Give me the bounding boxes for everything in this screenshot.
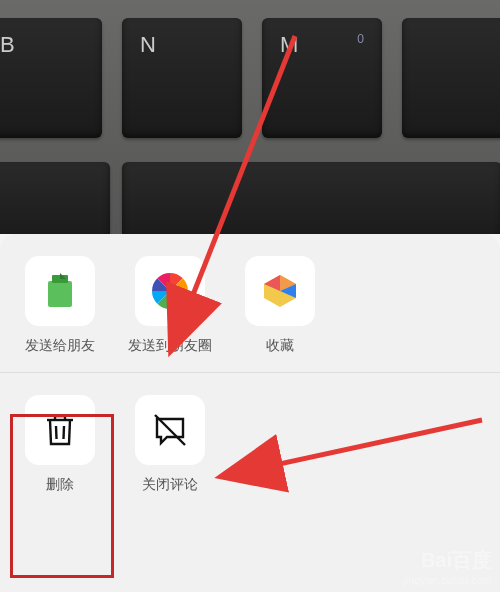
key-b: B: [0, 18, 102, 138]
close-comments-icon: [135, 395, 205, 465]
action-row-1: 发送给朋友 发送到朋友圈: [0, 234, 500, 364]
watermark: Bai百度 jingyan.baidu.com: [403, 547, 492, 586]
key-m: M 0: [262, 18, 382, 138]
action-label: 关闭评论: [142, 475, 198, 493]
favorite-icon: [245, 256, 315, 326]
action-delete[interactable]: 删除: [12, 395, 108, 493]
key-n: N: [122, 18, 242, 138]
moments-icon: [135, 256, 205, 326]
action-close-comments[interactable]: 关闭评论: [122, 395, 218, 493]
send-to-friend-icon: [25, 256, 95, 326]
watermark-logo: Bai百度: [403, 547, 492, 574]
svg-rect-0: [48, 281, 72, 307]
key-spacebar: [122, 162, 500, 234]
trash-icon: [25, 395, 95, 465]
key-label: B: [0, 32, 15, 58]
action-favorite[interactable]: 收藏: [232, 256, 328, 354]
key-spacebar-left: [0, 162, 110, 234]
key-label: M: [280, 32, 298, 58]
action-label: 删除: [46, 475, 74, 493]
action-label: 发送给朋友: [25, 336, 95, 354]
action-send-to-moments[interactable]: 发送到朋友圈: [122, 256, 218, 354]
keyboard-photo-background: B N M 0: [0, 0, 500, 234]
action-send-to-friend[interactable]: 发送给朋友: [12, 256, 108, 354]
key-indicator: 0: [357, 32, 364, 46]
watermark-url: jingyan.baidu.com: [403, 574, 492, 586]
key-label: N: [140, 32, 156, 58]
action-label: 发送到朋友圈: [128, 336, 212, 354]
key-extra: [402, 18, 500, 138]
action-sheet: 发送给朋友 发送到朋友圈: [0, 234, 500, 592]
action-label: 收藏: [266, 336, 294, 354]
action-row-2: 删除 关闭评论: [0, 373, 500, 503]
